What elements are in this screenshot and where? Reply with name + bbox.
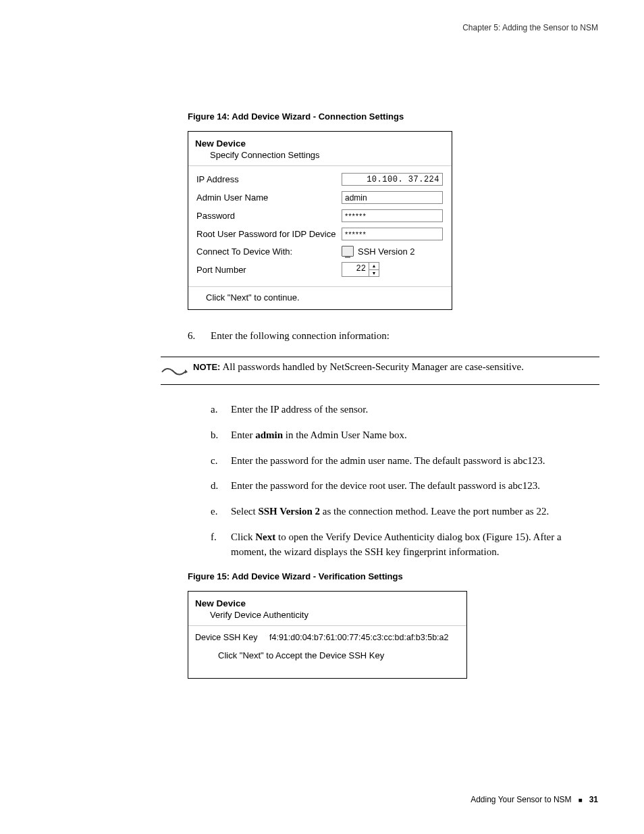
port-value: 22 [342, 263, 369, 276]
password-label: Password [196, 211, 342, 221]
spinner-arrows[interactable]: ▲ ▼ [369, 263, 379, 276]
step6-text: Enter the following connection informati… [211, 330, 599, 342]
dialog2-footer-hint: Click "Next" to Accept the Device SSH Ke… [195, 648, 460, 675]
spinner-down-icon[interactable]: ▼ [369, 270, 379, 277]
substep-a-text: Enter the IP address of the sensor. [231, 402, 599, 417]
dialog2-subtitle: Verify Device Authenticity [195, 610, 460, 620]
root-password-label: Root User Password for IDP Device [196, 229, 342, 239]
note-text: All passwords handled by NetScreen-Secur… [222, 361, 524, 372]
dialog-title: New Device [195, 138, 445, 149]
substep-e-marker: e. [211, 504, 231, 519]
port-spinner[interactable]: 22 ▲ ▼ [342, 262, 379, 277]
ip-label: IP Address [196, 174, 342, 184]
port-label: Port Number [196, 265, 342, 275]
root-password-input[interactable]: ****** [342, 228, 443, 240]
substep-b-marker: b. [211, 428, 231, 443]
ssh-key-value: f4:91:d0:04:b7:61:00:77:45:c3:cc:bd:af:b… [269, 633, 449, 642]
step6-marker: 6. [188, 330, 211, 342]
footer-square-icon: ■ [579, 796, 583, 804]
admin-user-input[interactable]: admin [342, 191, 443, 204]
substep-f-marker: f. [211, 530, 231, 560]
add-device-dialog-verify: New Device Verify Device Authenticity De… [188, 591, 467, 679]
substep-d-text: Enter the password for the device root u… [231, 479, 599, 494]
ssh-key-label: Device SSH Key [195, 633, 269, 642]
password-input[interactable]: ****** [342, 209, 443, 222]
connect-method-value: SSH Version 2 [358, 246, 415, 257]
note-block: NOTE: All passwords handled by NetScreen… [161, 357, 599, 385]
substep-b-text: Enter admin in the Admin User Name box. [231, 428, 599, 443]
ip-input[interactable]: 10.100. 37.224 [342, 173, 443, 186]
page-number: 31 [589, 795, 598, 804]
note-pencil-icon [161, 364, 188, 380]
substep-a-marker: a. [211, 402, 231, 417]
substep-c-text: Enter the password for the admin user na… [231, 454, 599, 469]
figure14-caption: Figure 14: Add Device Wizard - Connectio… [188, 111, 599, 122]
spinner-up-icon[interactable]: ▲ [369, 263, 379, 270]
figure15-caption: Figure 15: Add Device Wizard - Verificat… [188, 571, 599, 581]
dialog2-title: New Device [195, 598, 460, 608]
dialog-footer-hint: Click "Next" to continue. [188, 286, 452, 309]
dialog-subtitle: Specify Connection Settings [195, 150, 445, 160]
footer-section: Adding Your Sensor to NSM [471, 795, 571, 804]
substep-d-marker: d. [211, 479, 231, 494]
note-label: NOTE: [193, 362, 220, 372]
chapter-header: Chapter 5: Adding the Sensor to NSM [462, 23, 598, 32]
terminal-icon [342, 246, 354, 257]
connect-method-select[interactable]: SSH Version 2 [342, 246, 415, 257]
substep-e-text: Select SSH Version 2 as the connection m… [231, 504, 599, 519]
add-device-dialog-connection: New Device Specify Connection Settings I… [188, 131, 452, 310]
connect-label: Connect To Device With: [196, 246, 342, 257]
admin-user-label: Admin User Name [196, 192, 342, 203]
svg-marker-0 [185, 369, 188, 373]
substep-c-marker: c. [211, 454, 231, 469]
substep-f-text: Click Next to open the Verify Device Aut… [231, 530, 599, 560]
